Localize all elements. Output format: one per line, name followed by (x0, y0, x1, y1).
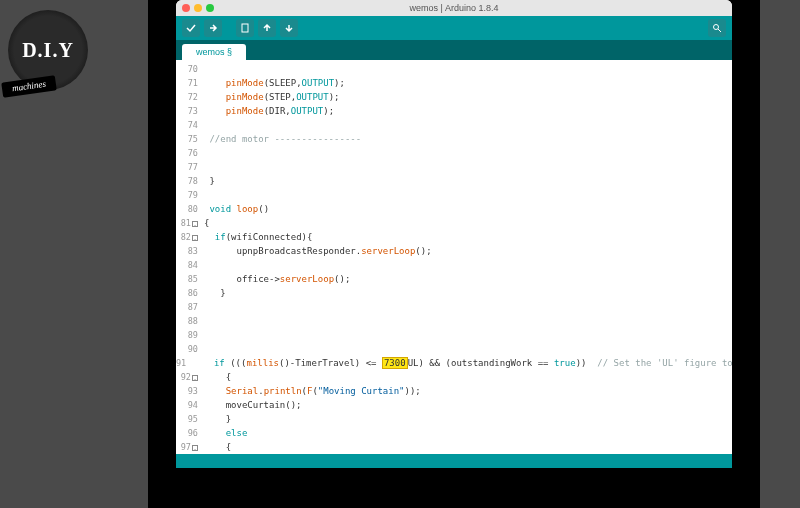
code-content[interactable]: moveCurtain(); (204, 398, 732, 412)
code-line[interactable]: 79 (176, 188, 732, 202)
code-line[interactable]: 92- { (176, 370, 732, 384)
status-bar (176, 454, 732, 468)
code-line[interactable]: 82- if(wifiConnected){ (176, 230, 732, 244)
line-number: 81- (176, 216, 204, 230)
code-line[interactable]: 74 (176, 118, 732, 132)
fold-indicator-icon[interactable]: - (192, 235, 198, 241)
code-content[interactable] (204, 314, 732, 328)
fold-indicator-icon[interactable]: - (192, 375, 198, 381)
line-number: 75 (176, 132, 204, 146)
code-line[interactable]: 77 (176, 160, 732, 174)
code-line[interactable]: 94 moveCurtain(); (176, 398, 732, 412)
console-area[interactable] (176, 468, 732, 474)
code-content[interactable]: { (204, 440, 732, 454)
line-number: 96 (176, 426, 204, 440)
window-minimize-button[interactable] (194, 4, 202, 12)
code-content[interactable] (204, 328, 732, 342)
code-line[interactable]: 83 upnpBroadcastResponder.serverLoop(); (176, 244, 732, 258)
line-number: 88 (176, 314, 204, 328)
code-content[interactable]: if (((millis()-TimerTravel) <= 7300UL) &… (192, 356, 732, 370)
svg-rect-0 (242, 24, 248, 32)
code-line[interactable]: 93 Serial.println(F("Moving Curtain")); (176, 384, 732, 398)
code-content[interactable]: { (204, 216, 732, 230)
sketch-tab[interactable]: wemos § (182, 44, 246, 60)
code-line[interactable]: 90 (176, 342, 732, 356)
line-number: 95 (176, 412, 204, 426)
logo-text-ribbon: machines (1, 75, 57, 97)
code-content[interactable]: else (204, 426, 732, 440)
line-number: 91 (176, 356, 192, 370)
new-sketch-button[interactable] (236, 19, 254, 37)
code-line[interactable]: 71 pinMode(SLEEP,OUTPUT); (176, 76, 732, 90)
fold-indicator-icon[interactable]: - (192, 445, 198, 451)
code-line[interactable]: 81-{ (176, 216, 732, 230)
code-line[interactable]: 95 } (176, 412, 732, 426)
window-titlebar[interactable]: wemos | Arduino 1.8.4 (176, 0, 732, 16)
code-line[interactable]: 89 (176, 328, 732, 342)
code-line[interactable]: 86 } (176, 286, 732, 300)
line-number: 92- (176, 370, 204, 384)
code-line[interactable]: 72 pinMode(STEP,OUTPUT); (176, 90, 732, 104)
code-content[interactable]: office->serverLoop(); (204, 272, 732, 286)
code-content[interactable] (204, 188, 732, 202)
code-content[interactable]: } (204, 412, 732, 426)
code-content[interactable]: upnpBroadcastResponder.serverLoop(); (204, 244, 732, 258)
line-number: 82- (176, 230, 204, 244)
open-sketch-button[interactable] (258, 19, 276, 37)
code-line[interactable]: 91 if (((millis()-TimerTravel) <= 7300UL… (176, 356, 732, 370)
line-number: 93 (176, 384, 204, 398)
code-content[interactable] (204, 342, 732, 356)
line-number: 78 (176, 174, 204, 188)
code-content[interactable] (204, 62, 732, 76)
code-content[interactable]: //end motor ---------------- (204, 132, 732, 146)
toolbar (176, 16, 732, 40)
code-line[interactable]: 78 } (176, 174, 732, 188)
code-line[interactable]: 88 (176, 314, 732, 328)
svg-point-1 (714, 25, 719, 30)
window-zoom-button[interactable] (206, 4, 214, 12)
arduino-ide-window: wemos | Arduino 1.8.4 wemos § 7071 pinMo… (176, 0, 732, 474)
upload-button[interactable] (204, 19, 222, 37)
code-content[interactable]: } (204, 174, 732, 188)
code-line[interactable]: 70 (176, 62, 732, 76)
line-number: 73 (176, 104, 204, 118)
serial-monitor-button[interactable] (708, 19, 726, 37)
code-line[interactable]: 87 (176, 300, 732, 314)
line-number: 89 (176, 328, 204, 342)
line-number: 94 (176, 398, 204, 412)
diy-machines-logo: D.I.Y machines (8, 10, 98, 100)
code-content[interactable] (204, 258, 732, 272)
code-line[interactable]: 85 office->serverLoop(); (176, 272, 732, 286)
save-sketch-button[interactable] (280, 19, 298, 37)
traffic-lights (182, 4, 214, 12)
code-line[interactable]: 75 //end motor ---------------- (176, 132, 732, 146)
code-content[interactable]: pinMode(STEP,OUTPUT); (204, 90, 732, 104)
code-content[interactable] (204, 118, 732, 132)
code-content[interactable]: { (204, 370, 732, 384)
code-editor[interactable]: 7071 pinMode(SLEEP,OUTPUT);72 pinMode(ST… (176, 60, 732, 454)
line-number: 71 (176, 76, 204, 90)
line-number: 70 (176, 62, 204, 76)
verify-button[interactable] (182, 19, 200, 37)
code-line[interactable]: 96 else (176, 426, 732, 440)
code-content[interactable]: if(wifiConnected){ (204, 230, 732, 244)
code-line[interactable]: 73 pinMode(DIR,OUTPUT); (176, 104, 732, 118)
line-number: 76 (176, 146, 204, 160)
code-content[interactable]: Serial.println(F("Moving Curtain")); (204, 384, 732, 398)
code-line[interactable]: 80 void loop() (176, 202, 732, 216)
fold-indicator-icon[interactable]: - (192, 221, 198, 227)
code-content[interactable] (204, 300, 732, 314)
code-line[interactable]: 76 (176, 146, 732, 160)
line-number: 86 (176, 286, 204, 300)
code-content[interactable]: void loop() (204, 202, 732, 216)
code-line[interactable]: 97- { (176, 440, 732, 454)
code-content[interactable]: pinMode(DIR,OUTPUT); (204, 104, 732, 118)
code-line[interactable]: 84 (176, 258, 732, 272)
code-content[interactable]: } (204, 286, 732, 300)
window-close-button[interactable] (182, 4, 190, 12)
code-content[interactable]: pinMode(SLEEP,OUTPUT); (204, 76, 732, 90)
line-number: 83 (176, 244, 204, 258)
code-content[interactable] (204, 146, 732, 160)
code-content[interactable] (204, 160, 732, 174)
window-title: wemos | Arduino 1.8.4 (176, 3, 732, 13)
